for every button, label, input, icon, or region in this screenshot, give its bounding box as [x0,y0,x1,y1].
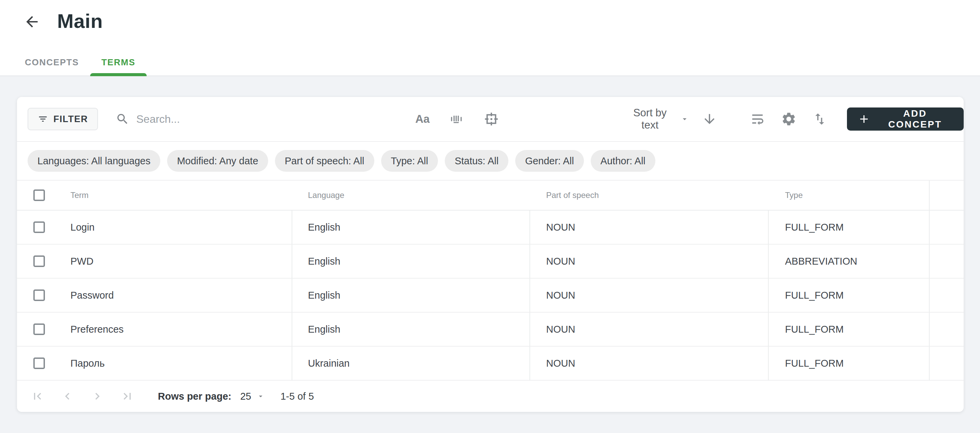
back-button[interactable] [22,12,41,31]
extra-cell [930,312,964,347]
row-checkbox[interactable] [33,357,45,369]
chip-status[interactable]: Status: All [445,150,508,172]
add-concept-button[interactable]: ADD CONCEPT [847,108,964,131]
gear-icon [781,111,797,127]
sort-by-label: Sort by text [626,107,675,131]
tab-concepts-label: CONCEPTS [25,57,79,68]
chip-gender[interactable]: Gender: All [515,150,584,172]
selection-frame-icon [484,111,499,127]
next-page-button[interactable] [91,389,104,403]
last-page-button[interactable] [121,389,134,403]
active-tab-indicator [90,73,147,76]
language-cell: English [292,211,530,244]
search-option-icons: Aa [415,111,499,127]
add-concept-label: ADD CONCEPT [877,108,953,130]
type-cell: FULL_FORM [769,279,930,312]
view-option-icons [749,111,827,127]
chip-modified[interactable]: Modified: Any date [167,150,268,172]
chip-type-label: Type: All [391,155,428,167]
select-all-checkbox[interactable] [33,189,45,201]
type-cell: FULL_FORM [769,312,930,347]
column-header-extra [930,181,964,211]
pagination-range: 1-5 of 5 [280,391,314,402]
term-cell: Password [61,279,292,312]
term-cell: Login [61,211,292,244]
terms-card: FILTER Aa [17,97,964,412]
previous-page-button[interactable] [60,389,74,403]
chip-type[interactable]: Type: All [381,150,438,172]
previous-page-icon [60,389,74,403]
app-header: Main CONCEPTS TERMS [0,0,980,76]
table-row[interactable]: PWD English NOUN ABBREVIATION [17,244,964,279]
tab-terms-label: TERMS [102,57,135,68]
row-checkbox[interactable] [33,289,45,301]
chip-part-of-speech[interactable]: Part of speech: All [275,150,374,172]
filter-button-label: FILTER [53,114,88,124]
row-checkbox[interactable] [33,221,45,233]
sort-direction-button[interactable] [702,111,717,127]
caret-down-icon [256,392,265,400]
part-of-speech-cell: NOUN [530,312,769,347]
term-cell: PWD [61,244,292,279]
settings-button[interactable] [781,111,797,127]
table-row[interactable]: Preferences English NOUN FULL_FORM [17,312,964,347]
main-area: FILTER Aa [0,76,980,412]
next-page-icon [91,389,104,403]
tab-bar: CONCEPTS TERMS [14,49,147,76]
extra-cell [930,279,964,312]
language-cell: English [292,244,530,279]
row-checkbox[interactable] [33,255,45,267]
table-row[interactable]: Password English NOUN FULL_FORM [17,279,964,312]
extra-cell [930,347,964,381]
sort-cluster: Sort by text [626,107,717,131]
column-header-language: Language [292,181,530,211]
chip-status-label: Status: All [455,155,498,167]
term-cell: Preferences [61,312,292,347]
selection-frame-button[interactable] [484,111,499,127]
import-export-button[interactable] [812,111,827,127]
extra-cell [930,244,964,279]
arrow-down-icon [702,111,717,127]
table-row[interactable]: Login English NOUN FULL_FORM [17,211,964,244]
filter-button[interactable]: FILTER [27,108,98,130]
last-page-icon [121,389,134,403]
part-of-speech-cell: NOUN [530,244,769,279]
row-checkbox[interactable] [33,324,45,335]
rows-per-page-value: 25 [240,391,251,402]
language-cell: Ukrainian [292,347,530,381]
chip-languages-label: Languages: All languages [37,155,150,167]
part-of-speech-cell: NOUN [530,347,769,381]
chip-author[interactable]: Author: All [591,150,655,172]
tab-terms[interactable]: TERMS [90,49,147,76]
chip-gender-label: Gender: All [525,155,574,167]
match-case-icon: Aa [415,113,430,125]
filter-chips-row: Languages: All languages Modified: Any d… [17,142,964,181]
first-page-icon [30,389,44,403]
tab-concepts[interactable]: CONCEPTS [14,49,90,76]
search-input[interactable] [136,113,388,125]
import-export-icon [812,111,827,127]
search-icon [116,112,129,126]
part-of-speech-cell: NOUN [530,211,769,244]
table-header: Term Language Part of speech Type [17,181,964,211]
arrow-left-icon [24,13,40,30]
column-header-term: Term [61,181,292,211]
type-cell: FULL_FORM [769,211,930,244]
sort-caret-icon [680,115,689,124]
match-case-button[interactable]: Aa [415,113,430,125]
rows-per-page-label: Rows per page: [158,391,231,402]
barcode-button[interactable] [449,111,465,127]
rows-per-page-select[interactable]: 25 [240,391,265,402]
toolbar: FILTER Aa [17,97,964,142]
wrap-text-button[interactable] [749,111,765,127]
chip-languages[interactable]: Languages: All languages [27,150,160,172]
search-box [116,112,388,126]
extra-cell [930,211,964,244]
term-cell: Пароль [61,347,292,381]
first-page-button[interactable] [30,389,44,403]
filter-icon [38,114,48,124]
chip-modified-label: Modified: Any date [177,155,258,167]
wrap-text-icon [749,111,765,127]
table-row[interactable]: Пароль Ukrainian NOUN FULL_FORM [17,347,964,381]
sort-by-dropdown[interactable]: Sort by text [626,107,689,131]
